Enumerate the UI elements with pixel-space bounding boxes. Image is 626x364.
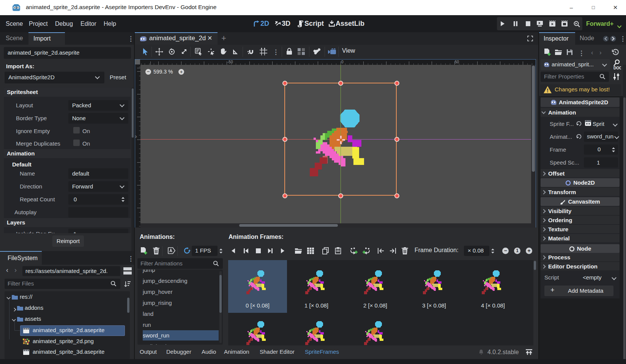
- svg-text:DOC: DOC: [613, 66, 621, 70]
